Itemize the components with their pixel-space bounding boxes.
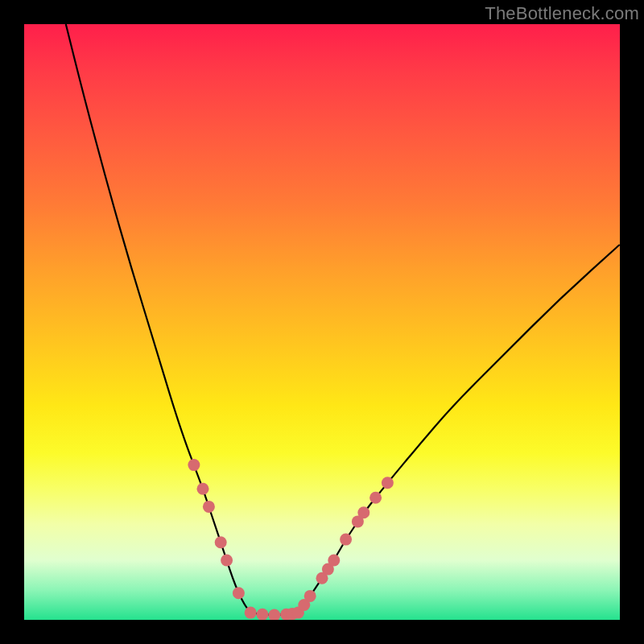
bottleneck-curve — [66, 24, 620, 615]
data-marker — [215, 536, 227, 548]
data-marker — [357, 506, 369, 518]
data-marker — [188, 459, 200, 471]
data-marker — [382, 477, 394, 489]
data-marker — [197, 483, 209, 495]
data-marker — [369, 492, 382, 504]
data-marker — [328, 555, 340, 567]
data-marker — [340, 534, 352, 546]
data-marker — [203, 501, 215, 513]
chart-frame: TheBottleneck.com — [0, 0, 644, 644]
data-marker — [233, 587, 245, 599]
data-marker — [304, 590, 316, 602]
curve-markers — [188, 459, 394, 620]
curve-svg — [24, 24, 620, 620]
data-marker — [268, 609, 280, 620]
data-marker — [257, 609, 269, 620]
data-marker — [245, 607, 257, 619]
watermark-text: TheBottleneck.com — [485, 3, 639, 24]
data-marker — [221, 555, 233, 567]
plot-area — [24, 24, 620, 620]
